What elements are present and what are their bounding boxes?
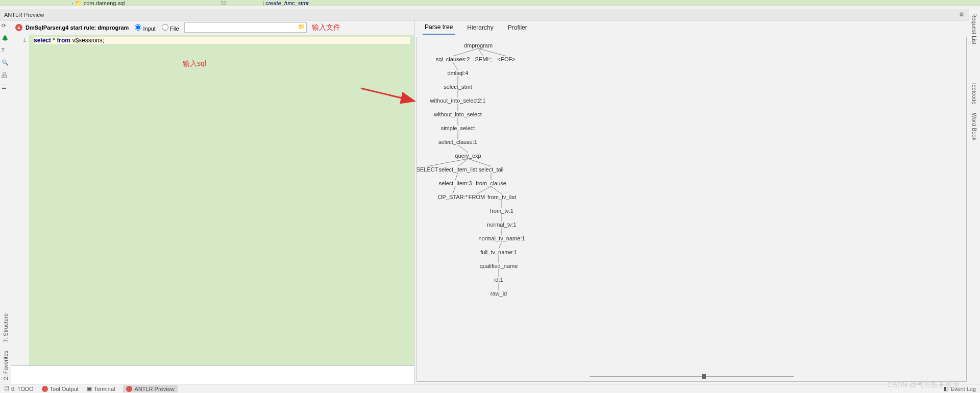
right-side-tabs: Request List leetcode Word Book [969, 9, 980, 384]
tree-node[interactable]: dmprogram [464, 42, 493, 48]
gear-icon[interactable]: ⚙ [958, 11, 966, 19]
structure-icon[interactable]: 品 [2, 71, 10, 80]
parse-tree-canvas[interactable]: dmprogramsql_clauses:2SEMI:;<EOF>dmlsql:… [416, 37, 967, 382]
panel-title: ANTLR Preview [4, 12, 44, 18]
input-pane: A DmSqlParser.g4 start rule: dmprogram I… [11, 20, 414, 384]
tree-node[interactable]: from_tv_list [487, 194, 516, 200]
tree-node[interactable]: select_clause:1 [438, 139, 477, 145]
tree-node[interactable]: SEMI:; [475, 56, 492, 62]
svg-line-2 [453, 48, 478, 56]
tree-node[interactable]: raw_id [491, 290, 507, 297]
tab-leetcode[interactable]: leetcode [970, 79, 978, 109]
tree-node[interactable]: from_tv:1 [490, 208, 513, 214]
text-icon[interactable]: T [2, 47, 10, 55]
line-number: 1 [11, 35, 29, 43]
tree-node[interactable]: select_tail [479, 166, 504, 173]
tree-node[interactable]: qualified_name [480, 263, 518, 269]
btab-tool-output[interactable]: Tool Output [42, 386, 79, 392]
tree-pane: Parse tree Hierarchy Profiler dmprograms… [414, 20, 969, 384]
left-side-tabs: 2: Favorites 7: Structure [0, 309, 11, 384]
annotation-input-file: 输入文件 [312, 23, 340, 32]
antlr-icon: A [15, 24, 22, 31]
svg-line-14 [468, 159, 491, 166]
tab-parse-tree[interactable]: Parse tree [423, 20, 455, 35]
watermark: CSDN @气可鼓不可泄 [887, 381, 960, 390]
tab-structure[interactable]: 7: Structure [2, 309, 10, 347]
tree-node[interactable]: without_into_select [434, 111, 482, 117]
tree-icon[interactable]: 🌲 [2, 35, 10, 43]
svg-line-11 [458, 145, 468, 153]
tab-profiler[interactable]: Profiler [506, 21, 529, 34]
svg-line-19 [491, 186, 502, 194]
svg-line-15 [455, 173, 458, 180]
grammar-label: DmSqlParser.g4 start rule: dmprogram [26, 24, 129, 31]
line-number: 32 [220, 0, 227, 6]
code-keyword: create_func_stmt [265, 0, 308, 6]
tree-node[interactable]: normal_tv:1 [487, 222, 516, 228]
tree-node[interactable]: normal_tv_name:1 [478, 235, 525, 241]
tree-node[interactable]: select_item_list [438, 166, 477, 173]
annotation-input-sql: 输入sql [183, 59, 206, 68]
tab-favorites[interactable]: 2: Favorites [2, 347, 10, 384]
tree-node[interactable]: <EOF> [497, 56, 515, 62]
zoom-slider[interactable] [590, 373, 794, 380]
btab-todo[interactable]: ☑ 6: TODO [4, 385, 34, 392]
tree-node[interactable]: query_exp [455, 153, 481, 159]
panel-header: ANTLR Preview ⚙ — [0, 9, 980, 20]
tree-tabs: Parse tree Hierarchy Profiler [414, 20, 969, 35]
tree-node[interactable]: dmlsql:4 [448, 70, 469, 76]
svg-line-5 [453, 62, 458, 70]
tree-node[interactable]: full_tv_name:1 [480, 249, 517, 255]
tree-node[interactable]: id:1 [494, 277, 503, 283]
top-editor-line: 32 | create_func_stmt [0, 0, 980, 6]
tree-node[interactable]: select_stmt [444, 84, 472, 90]
sql-editor[interactable]: 1 select * from v$sessions; 输入sql [11, 35, 414, 365]
svg-line-13 [458, 159, 468, 166]
svg-line-17 [453, 186, 455, 194]
tab-wordbook[interactable]: Word Book [970, 109, 978, 144]
status-bar: ☑ 6: TODO Tool Output ▣ Terminal ANTLR P… [0, 384, 980, 393]
tree-node[interactable]: OP_STAR:* [438, 194, 468, 200]
tree-node[interactable]: FROM [469, 194, 485, 200]
project-tree-item[interactable]: › 📁 com.dameng.sql [71, 0, 125, 7]
code-area[interactable]: select * from v$sessions; 输入sql [30, 35, 414, 365]
gutter: 1 [11, 35, 30, 365]
svg-line-23 [499, 241, 502, 249]
console-box [11, 365, 414, 384]
btab-antlr-preview[interactable]: ANTLR Preview [123, 385, 177, 392]
tree-node[interactable]: simple_select [441, 125, 475, 131]
code-line: select * from v$sessions; [34, 37, 410, 44]
svg-line-4 [478, 48, 506, 56]
search-icon[interactable]: 🔍 [2, 59, 10, 67]
input-radio[interactable]: Input [132, 24, 156, 32]
refresh-icon[interactable]: ⟳ [2, 22, 10, 31]
tree-node[interactable]: select_item:3 [439, 180, 472, 186]
svg-line-12 [427, 159, 468, 166]
main-area: A DmSqlParser.g4 start rule: dmprogram I… [11, 20, 969, 384]
file-path-input[interactable]: 📁 [184, 22, 307, 33]
list-icon[interactable]: ☰ [2, 84, 10, 92]
svg-line-3 [478, 48, 483, 56]
btab-terminal[interactable]: ▣ Terminal [87, 385, 115, 392]
tree-node[interactable]: from_clause [476, 180, 506, 186]
input-bar: A DmSqlParser.g4 start rule: dmprogram I… [11, 20, 414, 35]
tree-node[interactable]: without_into_select2:1 [430, 97, 486, 104]
file-radio[interactable]: File [159, 24, 179, 32]
tab-request-list[interactable]: Request List [970, 9, 978, 48]
tab-hierarchy[interactable]: Hierarchy [465, 21, 495, 34]
folder-icon[interactable]: 📁 [298, 23, 305, 30]
tree-node[interactable]: sql_clauses:2 [436, 56, 470, 62]
svg-line-18 [477, 186, 491, 194]
tree-node[interactable]: SELECT [416, 166, 438, 173]
